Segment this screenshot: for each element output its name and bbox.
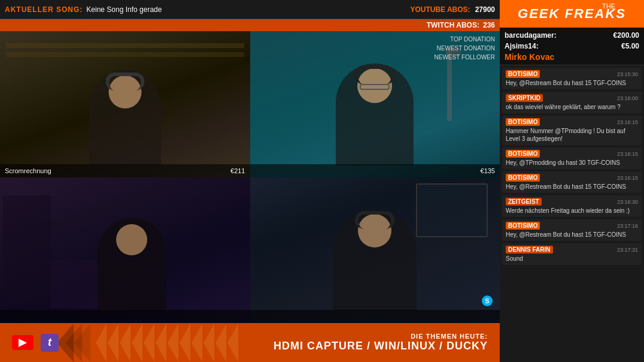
cam-top-left: Scromrechnung €211	[0, 31, 250, 177]
top-donation-row: barcudagamer: €200.00	[505, 30, 639, 41]
chat-text: Werde nächsten Freitag auch wieder da se…	[506, 207, 638, 215]
video-grid: Scromrechnung €211 TOP DONATION NEWEST	[0, 31, 500, 323]
cam-tl-name: Scromrechnung	[5, 167, 51, 174]
cam-tl-amount: €211	[230, 167, 245, 174]
deco-tri-11	[215, 324, 226, 362]
person-shape-tl	[89, 70, 161, 165]
chat-username: BOTISIMO	[506, 174, 540, 182]
yt-label: YOUTUBE ABOS:	[410, 5, 470, 14]
cam-bl-overlay	[0, 310, 250, 323]
headphones-tr	[354, 65, 395, 85]
cam-top-right: TOP DONATION NEWEST DONATION NEWEST FOLL…	[250, 31, 500, 177]
top-donation-amount: €200.00	[613, 31, 639, 40]
newest-follower-name: Mirko Kovac	[505, 51, 554, 63]
deco-tri-1	[96, 324, 107, 362]
chat-username: ZEITGEIST	[506, 198, 542, 206]
cam-bottom-right: S	[250, 177, 500, 324]
logo-the: THE	[602, 2, 615, 10]
chat-timestamp: 23:16:00	[617, 95, 638, 101]
chat-timestamp: 23:15:30	[617, 71, 638, 77]
newest-donation-row: Ajsims14: €5.00	[505, 41, 639, 52]
twitch-bar: TWITCH ABOS: 236	[0, 19, 500, 31]
chat-area: BOTISIMO23:15:30Hey, @Restream Bot du ha…	[500, 65, 644, 362]
keyboard-left	[3, 195, 51, 303]
main-area: AKTUELLER SONG: Keine Song Info gerade Y…	[0, 0, 500, 362]
cam-tl-overlay: Scromrechnung €211	[0, 164, 250, 177]
yt-count: 27900	[475, 5, 495, 14]
headphones-br	[355, 211, 394, 229]
deco-tri-10	[203, 324, 214, 362]
chat-username: BOTISIMO	[506, 150, 540, 158]
logo: THE GEEK FREAKS	[500, 0, 644, 28]
chat-username: BOTISIMO	[506, 118, 540, 126]
twitch-icon: t	[41, 334, 59, 352]
chat-timestamp: 23:16:15	[617, 119, 638, 125]
shelf-detail2	[6, 52, 244, 57]
chat-text: Sound	[506, 255, 638, 263]
deco-tri-4	[132, 324, 142, 362]
chat-timestamp: 23:16:30	[617, 199, 638, 205]
song-value: Keine Song Info gerade	[86, 5, 162, 14]
chat-text: Hey, @TPmodding du hast 30 TGF-COINS	[506, 159, 638, 167]
top-bar: AKTUELLER SONG: Keine Song Info gerade Y…	[0, 0, 500, 19]
theme-section: DIE THEMEN HEUTE: HDMI CAPTURE / WIN/LIN…	[274, 323, 488, 362]
shelf-detail	[6, 43, 244, 48]
deco-tri-3	[120, 324, 130, 362]
bottom-bar: t DIE THEMEN HEUTE: HDMI CAPTURE / WIN/L	[0, 323, 500, 362]
cam-tr-overlay: €135	[250, 164, 500, 177]
newest-donation-name: Ajsims14:	[505, 42, 539, 50]
deco-tri-6	[156, 324, 166, 362]
deco-tri-2	[108, 324, 119, 362]
chat-message: ZEITGEIST23:16:30Werde nächsten Freitag …	[502, 195, 642, 217]
song-section: AKTUELLER SONG: Keine Song Info gerade	[5, 5, 162, 14]
top-donation-name: barcudagamer:	[505, 31, 557, 40]
cam-br-overlay	[250, 310, 500, 323]
person-shape-bl	[98, 218, 166, 311]
theme-value: HDMI CAPTURE / WIN/LINUX / DUCKY	[274, 340, 488, 352]
deco-tri-7	[168, 324, 178, 362]
chat-message: DENNIS FARIN23:17:31Sound	[502, 243, 642, 265]
social-logos: t	[12, 334, 59, 352]
chat-text: Hammer Nummer @TPmodding ! Du bist auf L…	[506, 127, 638, 143]
sidebar: THE GEEK FREAKS barcudagamer: €200.00 Aj…	[500, 0, 644, 362]
deco-tri-9	[192, 324, 202, 362]
chat-username: BOTISIMO	[506, 222, 540, 230]
head-bl	[116, 224, 147, 255]
newest-follower-label: NEWEST FOLLOWER	[435, 54, 496, 61]
chat-text: ok das wieviel währe geklärt, aber warum…	[506, 103, 638, 111]
deco-tri-5	[144, 324, 154, 362]
chat-username: SKRIPTKID	[506, 94, 543, 102]
chat-timestamp: 23:16:15	[617, 175, 638, 181]
youtube-icon	[12, 335, 34, 350]
chat-timestamp: 23:17:16	[617, 223, 638, 229]
twitch-label: TWITCH ABOS:	[427, 21, 479, 29]
theme-label: DIE THEMEN HEUTE:	[411, 333, 488, 340]
chat-text: Hey, @Restream Bot du hast 15 TGF-COINS	[506, 79, 638, 87]
chat-text: Hey, @Restream Bot du hast 15 TGF-COINS	[506, 183, 638, 191]
chat-timestamp: 23:17:31	[617, 247, 638, 253]
chat-username: DENNIS FARIN	[506, 246, 553, 254]
deco-triangles	[96, 323, 238, 362]
newest-donation-amount: €5.00	[621, 42, 639, 50]
person-shape-tr	[336, 64, 414, 165]
deco-tri-8	[180, 324, 190, 362]
deco-tri-12	[227, 324, 238, 362]
arrow3	[74, 324, 90, 362]
cam-bottom-left	[0, 177, 250, 324]
subs-section: YOUTUBE ABOS: 27900	[410, 5, 495, 14]
cam-tr-stats: TOP DONATION NEWEST DONATION NEWEST FOLL…	[435, 36, 496, 61]
chat-message: BOTISIMO23:16:15Hammer Nummer @TPmodding…	[502, 116, 642, 145]
glasses-tr	[360, 84, 390, 90]
chat-username: BOTISIMO	[506, 70, 540, 78]
monitor-br	[416, 183, 488, 237]
newest-donation-label: NEWEST DONATION	[437, 45, 495, 52]
donation-area: barcudagamer: €200.00 Ajsims14: €5.00 Mi…	[500, 28, 644, 65]
chat-timestamp: 23:16:15	[617, 151, 638, 157]
chat-message: BOTISIMO23:16:15Hey, @TPmodding du hast …	[502, 147, 642, 169]
skype-icon: S	[482, 295, 493, 306]
twitch-count: 236	[483, 21, 495, 29]
chat-text: Hey, @Restream Bot du hast 15 TGF-COINS	[506, 231, 638, 239]
headphones-tl	[105, 73, 144, 90]
song-label: AKTUELLER SONG:	[5, 5, 83, 14]
chat-message: BOTISIMO23:15:30Hey, @Restream Bot du ha…	[502, 68, 642, 89]
